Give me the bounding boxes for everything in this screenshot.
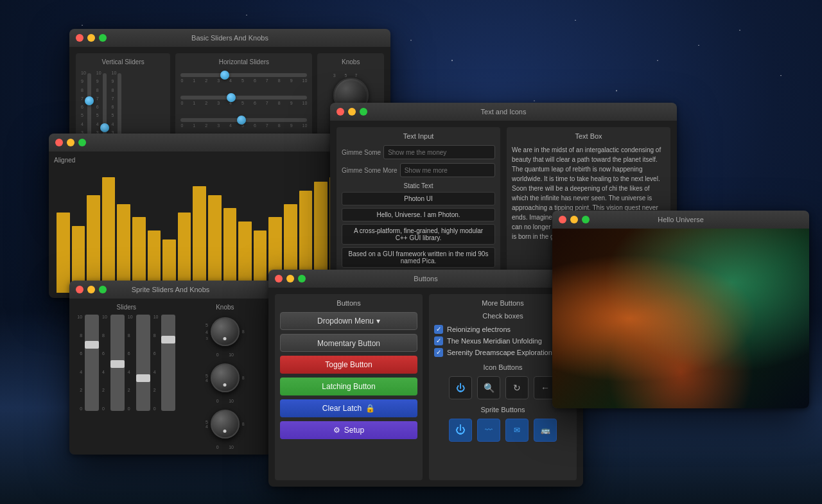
sprite-buttons-section: Sprite Buttons ⏻ 〰 ✉ 🚌 [434,406,572,442]
input-1[interactable] [383,145,495,159]
sprite-knob-3[interactable] [211,410,240,439]
h-slider-3-thumb[interactable] [237,116,246,125]
sprite-knobs-label: Knobs [184,304,267,311]
checkbox-1[interactable]: ✓ [434,325,443,334]
sprite-v-slider-4[interactable] [161,315,175,411]
window-title-hello: Hello Universe [658,216,704,223]
sprite-v-slider-2[interactable] [110,315,125,411]
bar-9 [193,186,206,293]
setup-button[interactable]: ⚙ Setup [280,421,417,439]
bar-0 [57,213,70,293]
sprite-scale-4: 1086420 [153,315,159,411]
knob2-bottom-scale: 0 10 [216,399,234,403]
minimize-button-buttons[interactable] [286,275,294,282]
sprite-wave-button[interactable]: 〰 [477,419,500,442]
sprite-power-button[interactable]: ⏻ [449,419,472,442]
v-slider-2-thumb[interactable] [100,123,109,132]
titlebar-hello: Hello Universe [552,211,809,229]
sprite-scale-3: 1086420 [128,315,133,411]
h-slider-1[interactable] [180,73,307,77]
sprite-bus-button[interactable]: 🚌 [534,419,557,442]
static-text-section: Static Text Photon UI Hello, Universe. I… [342,182,495,284]
icon-buttons-title: Icon Buttons [434,363,572,371]
input-2[interactable] [400,163,495,177]
close-button-sprite[interactable] [76,286,83,293]
minimize-button-chart[interactable] [67,139,74,146]
sprite-mail-button[interactable]: ✉ [505,419,529,442]
window-title: Basic Sliders And Knobs [191,34,268,42]
sprite-thumb-4[interactable] [161,336,175,343]
nebula-image [552,229,809,408]
sprite-knob-1[interactable] [211,317,240,346]
checkbox-row-1: ✓ Reionizing electrons [434,325,572,334]
h-slider-1-thumb[interactable] [220,71,229,80]
hello-body [552,229,809,408]
minimize-button-hello[interactable] [570,216,578,223]
sprite-scale-2: 1086420 [102,315,107,411]
vertical-sliders-title: Vertical Sliders [81,58,165,65]
text-input-panel: Text Input Gimme Some Gimme Some More St… [337,127,500,291]
minimize-button-text[interactable] [348,108,356,116]
h-slider-3-container: 012345678910 [180,118,307,128]
maximize-button[interactable] [99,34,107,42]
icon-btn-row: ⏻ 🔍 ↻ ← [434,376,572,399]
sprite-thumb-3[interactable] [136,374,150,382]
close-button-chart[interactable] [55,139,63,146]
h-slider-2[interactable] [180,96,307,100]
minimize-button-sprite[interactable] [87,286,95,293]
refresh-icon-button[interactable]: ↻ [505,376,529,399]
sprite-sliders-window: Sprite Sliders And Knobs Sliders 1086420… [69,281,272,455]
maximize-button-hello[interactable] [582,216,590,223]
static-text-label: Static Text [342,182,495,189]
v-slider-1-thumb[interactable] [85,96,94,105]
bar-4 [117,204,130,293]
knob-3-dot [223,430,227,433]
search-icon-button[interactable]: 🔍 [477,376,500,399]
sprite-thumb-1[interactable] [85,341,99,349]
close-button-text[interactable] [337,108,344,116]
maximize-button-sprite[interactable] [99,286,107,293]
latching-button[interactable]: Latching Button [280,378,417,395]
checkbox-row-3: ✓ Serenity Dreamscape Exploration [434,348,572,357]
bar-3 [102,177,116,293]
maximize-button-buttons[interactable] [298,275,306,282]
window-title-text: Text and Icons [481,108,527,116]
checkboxes-section: Check boxes ✓ Reionizing electrons ✓ The… [434,312,572,357]
sprite-scale: 1086420 [77,315,82,411]
text-box-title: Text Box [512,132,665,140]
clear-latch-button[interactable]: Clear Latch 🔒 [280,399,417,417]
close-button-buttons[interactable] [275,275,283,282]
close-button[interactable] [76,34,83,42]
maximize-button-text[interactable] [360,108,367,116]
toggle-button[interactable]: Toggle Button [280,356,417,374]
traffic-lights-sprite [76,286,107,293]
h-slider-2-thumb[interactable] [227,93,236,102]
hello-universe-window: Hello Universe [552,211,809,408]
input-row-1: Gimme Some [342,145,495,159]
checkbox-3[interactable]: ✓ [434,348,443,357]
icon-buttons-section: Icon Buttons ⏻ 🔍 ↻ ← [434,363,572,399]
momentary-button[interactable]: Momentary Button [280,334,417,352]
titlebar-text: Text and Icons [330,103,677,121]
static-item-4: Based on a GUI framework written in the … [342,247,495,268]
checkbox-2[interactable]: ✓ [434,336,443,345]
sprite-knob-1-row: 543 8 [206,315,245,349]
power-icon-button[interactable]: ⏻ [449,376,472,399]
titlebar-basic-sliders: Basic Sliders And Knobs [69,29,390,47]
sprite-knob-2[interactable] [211,363,240,392]
close-button-hello[interactable] [559,216,566,223]
h-slider-3[interactable] [180,118,307,122]
dropdown-menu-button[interactable]: Dropdown Menu ▾ [280,312,417,330]
maximize-button-chart[interactable] [78,139,86,146]
sprite-sliders-panel: Sliders 1086420 1086420 [74,304,179,449]
horizontal-sliders-title: Horizontal Sliders [180,58,307,65]
sprite-sliders-group: 1086420 1086420 1086420 [85,315,175,411]
minimize-button[interactable] [87,34,95,42]
h-scale-2: 012345678910 [180,101,307,105]
window-title-buttons: Buttons [414,275,437,282]
sprite-thumb-2[interactable] [110,360,125,368]
sprite-v-slider-3[interactable] [136,315,150,411]
input-row-2: Gimme Some More [342,163,495,177]
buttons-left-title: Buttons [280,299,417,307]
sprite-v-slider-1[interactable] [85,315,99,411]
